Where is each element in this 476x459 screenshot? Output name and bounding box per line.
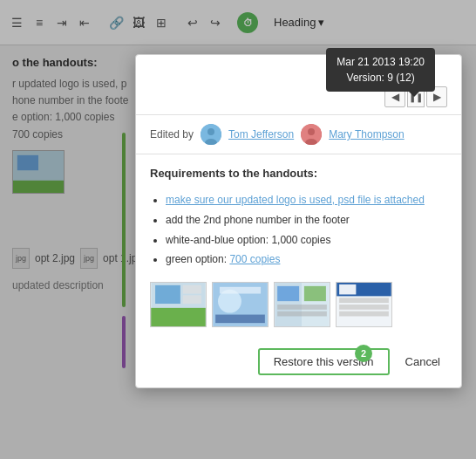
svg-rect-18 xyxy=(220,287,261,294)
tooltip-version: Version: 9 (12) xyxy=(337,70,425,86)
svg-rect-13 xyxy=(183,296,201,305)
svg-rect-24 xyxy=(277,305,327,310)
svg-rect-10 xyxy=(151,308,206,326)
avatar-1 xyxy=(201,124,221,145)
avatar-2 xyxy=(301,124,322,145)
svg-rect-29 xyxy=(339,305,389,310)
modal-body: Requirements to the handouts: make sure … xyxy=(136,154,461,339)
bullet-text-4: green option: 700 copies xyxy=(166,253,280,265)
editor1-link[interactable]: Tom Jefferson xyxy=(228,128,294,140)
svg-rect-12 xyxy=(183,285,201,294)
list-item: make sure our updated logo is used, psd … xyxy=(166,190,447,210)
version-tooltip: Mar 21 2013 19:20 Version: 9 (12) xyxy=(326,48,435,92)
edited-by-label: Edited by xyxy=(150,128,194,140)
thumbnail-1 xyxy=(150,282,207,327)
tooltip-date: Mar 21 2013 19:20 xyxy=(337,54,425,70)
prev-icon: ◀ xyxy=(391,91,399,103)
modal-footer: 2 Restore this version Cancel xyxy=(136,339,461,387)
list-item: white-and-blue option: 1,000 copies xyxy=(166,230,447,250)
svg-rect-23 xyxy=(304,286,326,301)
svg-rect-31 xyxy=(339,284,356,295)
edited-by-row: Edited by Tom Jefferson Mary Thompson xyxy=(136,115,461,154)
list-item: add the 2nd phone number in the footer xyxy=(166,210,447,230)
svg-rect-22 xyxy=(277,286,299,301)
svg-point-7 xyxy=(308,128,315,135)
bullet-text-2: add the 2nd phone number in the footer xyxy=(166,214,350,226)
thumbnail-4 xyxy=(336,282,392,327)
svg-rect-28 xyxy=(339,298,389,303)
next-icon: ▶ xyxy=(433,91,441,103)
modal-title: Requirements to the handouts: xyxy=(150,167,447,180)
cancel-button[interactable]: Cancel xyxy=(398,350,447,373)
svg-point-4 xyxy=(207,128,214,135)
bullet-link-2[interactable]: 700 copies xyxy=(229,253,280,265)
svg-rect-30 xyxy=(339,312,389,317)
bullet-link-1[interactable]: make sure our updated logo is used, psd … xyxy=(166,194,425,206)
svg-rect-17 xyxy=(215,315,265,324)
editor2-link[interactable]: Mary Thompson xyxy=(329,128,404,140)
bullet-text-3: white-and-blue option: 1,000 copies xyxy=(166,234,330,246)
svg-rect-11 xyxy=(155,285,180,304)
thumbnails-row xyxy=(150,282,447,327)
thumbnail-3 xyxy=(274,282,330,327)
svg-rect-25 xyxy=(277,312,327,317)
requirements-list: make sure our updated logo is used, psd … xyxy=(150,190,447,270)
version-history-modal: Mar 21 2013 19:20 Version: 9 (12) ◀ ❚❚ ▶… xyxy=(135,54,462,388)
thumbnail-2 xyxy=(212,282,269,327)
list-item: green option: 700 copies xyxy=(166,250,447,270)
